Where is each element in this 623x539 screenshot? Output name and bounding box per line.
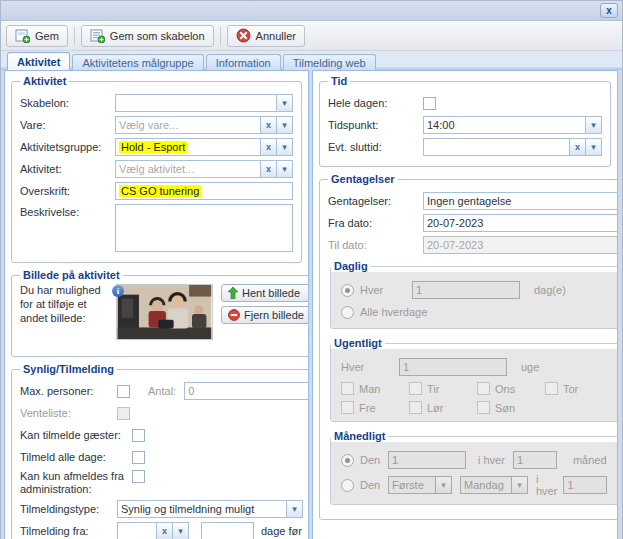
clear-icon[interactable]: x	[261, 138, 277, 156]
tab-aktivitet[interactable]: Aktivitet	[7, 52, 70, 70]
upload-arrow-icon	[228, 287, 238, 299]
fjern-billede-button[interactable]: Fjern billede	[221, 306, 309, 324]
weekday-fre-checkbox	[341, 401, 354, 414]
tid-legend: Tid	[328, 75, 350, 87]
billede-row: Du har mulighed for at tilføje et andet …	[20, 284, 309, 340]
hent-billede-button[interactable]: Hent billede	[221, 284, 309, 302]
max-personer-checkbox[interactable]	[117, 385, 130, 398]
skabelon-select[interactable]: ▾	[115, 94, 293, 112]
alle-dage-checkbox[interactable]	[132, 451, 145, 464]
weekday-loer: Lør	[409, 401, 477, 414]
tidspunkt-select[interactable]: 14:00 ▾	[423, 116, 602, 134]
fjern-billede-label: Fjern billede	[244, 309, 304, 321]
gentagelser-select[interactable]: Ingen gentagelse ▾	[423, 192, 618, 210]
close-icon[interactable]: x	[600, 3, 618, 18]
billede-buttons: Hent billede Fjern billede	[221, 284, 309, 324]
maanedligt-den2-label: Den	[360, 479, 388, 491]
tab-information[interactable]: Information	[206, 54, 281, 70]
tab-maalgruppe[interactable]: Aktivitetens målgruppe	[72, 54, 203, 70]
vare-value[interactable]: Vælg vare...	[115, 116, 261, 134]
maanedligt-den1-radio	[341, 454, 354, 467]
ugentligt-hver-row: Hver uge	[341, 358, 618, 376]
titlebar: x	[1, 1, 622, 21]
overskrift-field[interactable]: CS GO tunering	[115, 182, 293, 200]
maanedligt-maaned2-input	[563, 476, 607, 494]
maanedligt-row2: Den Første ▾ Mandag ▾ i hver måne	[341, 473, 618, 497]
synlig-fieldset: Synlig/Tilmelding Max. personer: Antal: …	[11, 363, 309, 539]
chevron-down-icon[interactable]: ▾	[173, 522, 189, 539]
info-icon[interactable]: i	[112, 285, 124, 297]
weekday-tir-checkbox	[409, 382, 422, 395]
tilmeldingstype-value[interactable]: Synlig og tilmeldning muligt	[117, 500, 287, 518]
fra-dato-field[interactable]: 20-07-2023 ▦	[423, 214, 618, 232]
save-as-template-button[interactable]: Gem som skabelon	[81, 25, 214, 47]
aktivitet-combo[interactable]: Vælg aktivitet... x ▾	[115, 160, 293, 178]
chevron-down-icon[interactable]: ▾	[586, 138, 602, 156]
sluttid-value[interactable]	[423, 138, 570, 156]
tilmeldingstype-label: Tilmeldingstype:	[20, 503, 117, 515]
weekday-soen: Søn	[477, 401, 545, 414]
tab-tilmelding-web[interactable]: Tilmelding web	[283, 54, 376, 70]
gaester-checkbox[interactable]	[132, 429, 145, 442]
tilmeldingstype-select[interactable]: Synlig og tilmeldning muligt ▾	[117, 500, 303, 518]
maanedligt-maaned1-input	[513, 451, 557, 469]
max-personer-label: Max. personer:	[20, 385, 117, 397]
clear-icon[interactable]: x	[570, 138, 586, 156]
tilmelding-fra-days-input[interactable]	[201, 522, 254, 539]
clear-icon[interactable]: x	[157, 522, 173, 539]
cancel-button[interactable]: Annuller	[227, 25, 305, 47]
aktivitet-row: Aktivitet: Vælg aktivitet... x ▾	[20, 160, 293, 178]
save-button[interactable]: Gem	[6, 25, 68, 47]
chevron-down-icon[interactable]: ▾	[277, 94, 293, 112]
weekday-grid: Man Tir Ons Tor Fre Lør Søn	[341, 382, 618, 414]
daglig-fieldset: Daglig Hver dag(e) Alle hverdage	[330, 260, 618, 329]
skabelon-value[interactable]	[115, 94, 277, 112]
vare-combo[interactable]: Vælg vare... x ▾	[115, 116, 293, 134]
billede-legend: Billede på aktivitet	[20, 269, 123, 281]
max-personer-row: Max. personer: Antal:	[20, 382, 309, 400]
sluttid-combo[interactable]: x ▾	[423, 138, 602, 156]
ugentligt-fieldset: Ugentligt Hver uge Man Tir Ons Tor Fr	[330, 337, 618, 422]
aktivitetsgruppe-highlighted-value: Hold - Esport	[119, 141, 187, 153]
aktivitetsgruppe-value[interactable]: Hold - Esport	[115, 138, 261, 156]
cancel-button-label: Annuller	[256, 30, 296, 42]
gentagelser-value[interactable]: Ingen gentagelse	[423, 192, 618, 210]
chevron-down-icon[interactable]: ▾	[287, 500, 303, 518]
chevron-down-icon[interactable]: ▾	[277, 160, 293, 178]
clear-icon[interactable]: x	[261, 116, 277, 134]
hele-dagen-checkbox[interactable]	[423, 97, 436, 110]
weekday-soen-checkbox	[477, 401, 490, 414]
tidspunkt-value[interactable]: 14:00	[423, 116, 586, 134]
daglig-hver-input	[412, 281, 520, 299]
ugentligt-body: Hver uge Man Tir Ons Tor Fre Lør Søn	[331, 349, 618, 421]
tilmelding-fra-combo[interactable]: x ▾	[117, 522, 189, 539]
chevron-down-icon[interactable]: ▾	[586, 116, 602, 134]
chevron-down-icon[interactable]: ▾	[277, 138, 293, 156]
afmeldes-checkbox[interactable]	[132, 470, 145, 483]
synlig-legend: Synlig/Tilmelding	[20, 363, 117, 375]
beskrivelse-label: Beskrivelse:	[20, 204, 115, 218]
beskrivelse-textarea[interactable]	[115, 204, 293, 252]
right-panel: Tid Hele dagen: Tidspunkt: 14:00 ▾ Evt. …	[312, 70, 618, 539]
cancel-icon	[236, 28, 251, 43]
aktivitet-value[interactable]: Vælg aktivitet...	[115, 160, 261, 178]
fra-dato-value[interactable]: 20-07-2023	[423, 214, 618, 232]
afmeldes-row: Kan kun afmeldes fra administration:	[20, 470, 309, 496]
weekday-soen-label: Søn	[495, 402, 515, 414]
daglig-hver-row: Hver dag(e)	[341, 281, 618, 299]
clear-icon[interactable]: x	[261, 160, 277, 178]
daglig-hverdage-label: Alle hverdage	[360, 306, 427, 318]
antal-label: Antal:	[148, 385, 176, 397]
save-button-label: Gem	[35, 30, 59, 42]
aktivitetsgruppe-combo[interactable]: Hold - Esport x ▾	[115, 138, 293, 156]
overskrift-input[interactable]: CS GO tunering	[115, 182, 293, 200]
fra-dato-label: Fra dato:	[328, 217, 423, 229]
sluttid-label: Evt. sluttid:	[328, 141, 423, 153]
alle-dage-label: Tilmeld alle dage:	[20, 451, 132, 463]
overskrift-highlighted-value: CS GO tunering	[119, 185, 201, 197]
tilmelding-fra-value[interactable]	[117, 522, 157, 539]
afmeldes-label: Kan kun afmeldes fra administration:	[20, 470, 132, 496]
aktivitet-fieldset: Aktivitet Skabelon: ▾ Vare: Vælg vare...…	[11, 75, 302, 263]
chevron-down-icon[interactable]: ▾	[277, 116, 293, 134]
antal-input[interactable]	[184, 382, 309, 400]
